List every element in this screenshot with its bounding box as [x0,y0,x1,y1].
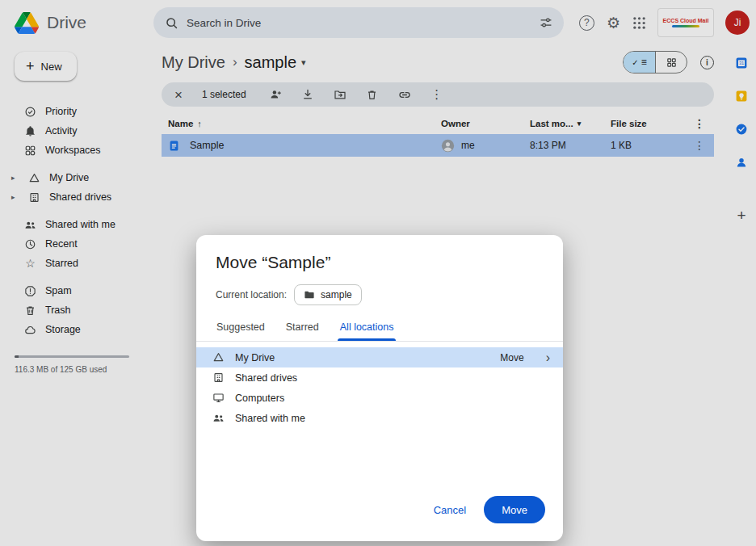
location-label: Computers [235,393,284,404]
move-button[interactable]: Move [484,496,545,523]
my-drive-icon [212,351,225,363]
dialog-footer: Cancel Move [196,496,563,530]
computer-icon [212,392,225,404]
folder-icon [304,289,315,300]
location-item-shared-drives[interactable]: Shared drives [196,368,563,388]
dialog-tabs: Suggested Starred All locations [196,316,563,342]
current-location-label: Current location: [216,289,287,300]
location-list: My Drive Move › Shared drives Computers … [196,347,563,428]
location-item-my-drive[interactable]: My Drive Move › [196,347,563,368]
people-icon [212,412,225,424]
location-item-shared-with-me[interactable]: Shared with me [196,408,563,428]
tab-all-locations[interactable]: All locations [330,316,405,341]
location-item-computers[interactable]: Computers [196,388,563,408]
current-location-name: sample [321,289,352,300]
current-location-row: Current location: sample [196,284,563,305]
current-location-chip[interactable]: sample [294,284,362,305]
move-here-action[interactable]: Move [500,352,523,363]
location-label: Shared with me [235,413,305,424]
google-drive-app: Drive ? ⚙ ECCS Cloud Mail Ji [0,0,756,546]
tab-starred[interactable]: Starred [275,316,330,341]
chevron-right-icon[interactable]: › [546,351,550,364]
shared-drives-icon [212,372,225,384]
tab-suggested[interactable]: Suggested [206,316,275,341]
cancel-button[interactable]: Cancel [422,498,477,523]
dialog-title: Move “Sample” [196,253,563,272]
move-dialog: Move “Sample” Current location: sample S… [196,235,563,541]
location-label: Shared drives [235,372,297,384]
location-label: My Drive [235,352,275,363]
